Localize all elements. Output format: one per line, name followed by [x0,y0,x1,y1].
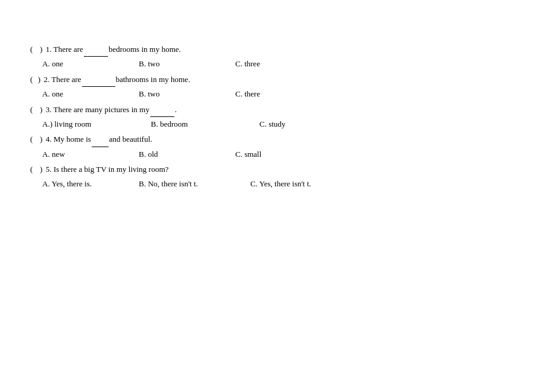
q4-paren-close: ) [40,132,42,146]
q4-option-c: C. small [235,147,308,161]
question-4-line: ( ) 4. My home is and beautiful. [30,132,525,147]
q5-paren-close: ) [40,162,42,176]
q1-option-c: C. three [235,57,308,71]
q5-option-a: A. Yes, there is. [42,177,139,191]
q4-option-a: A. new [42,147,139,161]
q2-paren-close: ) [38,72,40,86]
q2-option-b: B. two [139,87,235,101]
q4-text-after: and beautiful. [109,132,152,146]
q3-option-a: A.) living room [42,117,139,131]
q5-text: 5. Is there a big TV in my living room? [46,162,169,176]
q1-text-before: 1. There are [46,42,83,56]
question-5: ( ) 5. Is there a big TV in my living ro… [30,162,525,191]
q1-option-b: B. two [139,57,235,71]
q2-options: A. one B. two C. there [30,87,525,101]
q2-option-a: A. one [42,87,139,101]
question-3-line: ( ) 3. There are many pictures in my . [30,103,525,117]
q1-paren-open: ( [30,42,33,56]
question-3: ( ) 3. There are many pictures in my . A… [30,103,525,131]
q1-text-after: bedrooms in my home. [109,42,181,56]
q3-paren-open: ( [30,103,33,116]
q5-option-b: B. No, there isn't t. [139,177,250,191]
q2-text-after: bathrooms in my home. [116,72,191,86]
q1-options: A. one B. two C. three [30,57,525,71]
question-2: ( ) 2. There are bathrooms in my home. A… [30,72,525,101]
q3-options: A.) living room B. bedroom C. study [30,117,525,131]
q2-text-before: 2. There are [43,72,81,86]
q3-paren-close: ) [40,103,42,116]
q5-space [34,162,40,176]
q5-paren-open: ( [30,162,33,176]
question-1-line: ( ) 1. There are bedrooms in my home. [30,42,525,57]
q1-paren-close: ) [40,42,42,56]
q5-options: A. Yes, there is. B. No, there isn't t. … [30,177,525,191]
q3-space [34,103,40,116]
q4-option-b: B. old [139,147,235,161]
q2-paren-open: ( [30,72,33,86]
q3-option-b: B. bedroom [151,117,247,131]
q3-blank [150,103,174,117]
q2-option-c: C. there [235,87,308,101]
q2-blank [82,72,115,87]
q3-text-after: . [175,103,177,116]
q4-paren-open: ( [30,132,33,146]
q3-text-before: 3. There are many pictures in my [46,103,150,116]
question-4: ( ) 4. My home is and beautiful. A. new … [30,132,525,161]
q3-option-c: C. study [259,117,332,131]
q1-option-a: A. one [42,57,139,71]
question-2-line: ( ) 2. There are bathrooms in my home. [30,72,525,87]
q4-options: A. new B. old C. small [30,147,525,161]
q4-blank [92,132,109,147]
q1-space [34,42,40,56]
q5-option-c: C. Yes, there isn't t. [250,177,311,191]
question-1: ( ) 1. There are bedrooms in my home. A.… [30,42,525,71]
main-content: ( ) 1. There are bedrooms in my home. A.… [0,0,555,204]
question-5-line: ( ) 5. Is there a big TV in my living ro… [30,162,525,176]
q4-space [34,132,40,146]
q4-text-before: 4. My home is [46,132,91,146]
q1-blank [84,42,108,57]
